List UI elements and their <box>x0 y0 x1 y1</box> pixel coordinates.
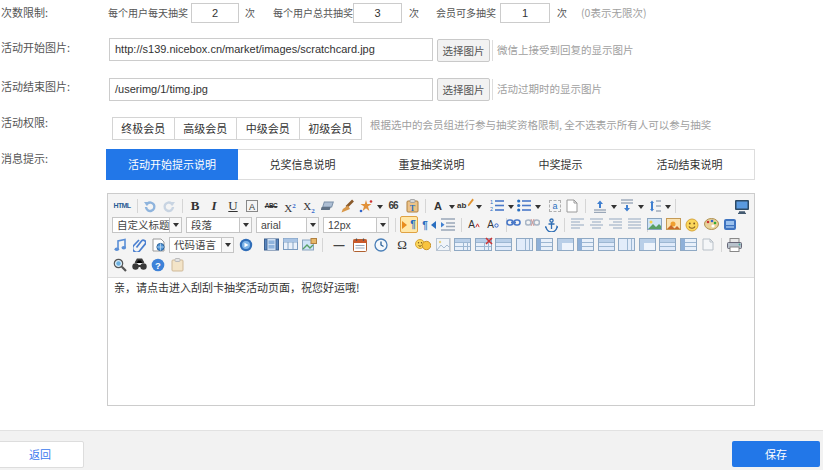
svg-text:1: 1 <box>490 199 493 205</box>
svg-text:?: ? <box>155 260 161 271</box>
svg-text:T: T <box>409 204 415 213</box>
svg-text:2: 2 <box>490 206 493 212</box>
